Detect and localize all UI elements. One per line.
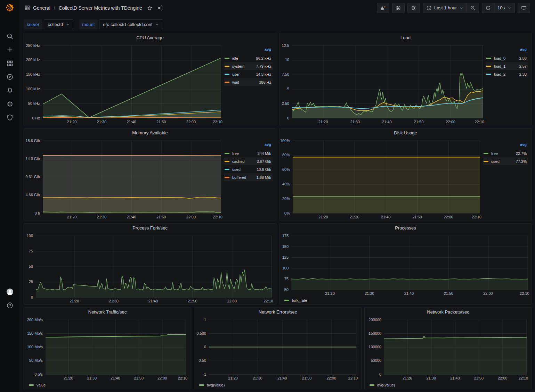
- panel-legend[interactable]: avg(value): [365, 381, 532, 389]
- dashboard-settings-button[interactable]: [407, 3, 420, 13]
- chart-area[interactable]: -1-0.5000.500121:2021:3021:4021:5022:002…: [194, 317, 361, 381]
- create-plus-icon[interactable]: [6, 45, 14, 54]
- legend-item[interactable]: load_22.38: [486, 70, 528, 78]
- breadcrumb-folder[interactable]: General: [33, 5, 50, 11]
- configuration-gear-icon[interactable]: [6, 100, 14, 108]
- chart-canvas[interactable]: 0 b4.66 Gib9.31 Gib14.0 Gib18.6 Gib21:20…: [24, 137, 224, 220]
- search-icon[interactable]: [6, 32, 14, 40]
- chart-area[interactable]: 0 b4.66 Gib9.31 Gib14.0 Gib18.6 Gib21:20…: [24, 137, 224, 220]
- series-color-dash-icon: [29, 384, 34, 386]
- legend-item[interactable]: used10.8 Gib: [224, 165, 273, 173]
- svg-text:100: 100: [282, 266, 289, 270]
- svg-text:0: 0: [204, 345, 206, 349]
- dashboards-icon[interactable]: [6, 59, 14, 67]
- refresh-interval-dropdown[interactable]: 10s: [494, 3, 515, 13]
- panel-title[interactable]: Load: [279, 33, 532, 42]
- add-panel-button[interactable]: [377, 3, 389, 13]
- explore-compass-icon[interactable]: [6, 73, 14, 81]
- series-color-dash-icon: [486, 74, 491, 75]
- svg-text:22:10: 22:10: [213, 120, 222, 124]
- variable-label-server: server: [24, 19, 42, 29]
- svg-text:21:40: 21:40: [111, 376, 120, 380]
- svg-text:21:50: 21:50: [134, 376, 144, 380]
- series-color-dash-icon: [225, 153, 229, 154]
- legend-item[interactable]: idle96.2 kHz: [224, 54, 273, 62]
- chart-area[interactable]: 0 b/s50 Mb/s100 Mb/s150 Mb/s200 Mb/s21:2…: [24, 317, 191, 381]
- legend-item[interactable]: load_12.57: [486, 62, 528, 70]
- kiosk-mode-button[interactable]: [518, 3, 530, 13]
- legend-item[interactable]: free344 Mib: [224, 149, 273, 157]
- chart-area[interactable]: 025507510021:2021:3021:4021:5022:0022:10: [24, 233, 276, 304]
- svg-text:25: 25: [29, 280, 33, 284]
- chart-area[interactable]: 02.5057.501012.521:2021:3021:4021:5022:0…: [279, 42, 486, 125]
- legend-avg-header[interactable]: avg: [224, 142, 273, 149]
- svg-text:21:40: 21:40: [404, 291, 414, 295]
- svg-text:21:40: 21:40: [381, 215, 391, 219]
- chart-canvas[interactable]: 0 Hz50 kHz100 kHz150 kHz200 kHz250 kHz21…: [24, 42, 224, 125]
- share-icon[interactable]: [157, 5, 163, 11]
- chart-canvas[interactable]: 0 b/s50 Mb/s100 Mb/s150 Mb/s200 Mb/s21:2…: [24, 317, 191, 381]
- svg-text:50: 50: [29, 264, 33, 268]
- legend-avg-header[interactable]: avg: [224, 47, 273, 54]
- series-color-dash-icon: [225, 169, 229, 170]
- panel-legend[interactable]: value: [24, 381, 191, 389]
- legend-item[interactable]: used77.3%: [483, 157, 528, 165]
- legend-item[interactable]: wait386 Hz: [224, 78, 273, 86]
- chart-canvas[interactable]: 05000010000015000020000021:2021:3021:402…: [365, 317, 532, 381]
- chart-canvas[interactable]: 0%20%40%60%80%100%21:2021:3021:4021:5022…: [279, 137, 483, 220]
- panel-title[interactable]: Network Traffic/sec: [24, 308, 191, 317]
- panel-title[interactable]: Network Packets/sec: [365, 308, 532, 317]
- series-color-dash-icon: [225, 82, 229, 83]
- variable-value-mount[interactable]: etc-collectd-collectd.conf: [99, 19, 163, 29]
- series-avg-value: 14.3 kHz: [256, 72, 271, 76]
- star-icon[interactable]: [147, 5, 153, 11]
- time-range-picker[interactable]: Last 1 hour: [423, 3, 467, 13]
- legend-avg-header[interactable]: avg: [486, 47, 528, 54]
- chart-canvas[interactable]: -1-0.5000.500121:2021:3021:4021:5022:002…: [194, 317, 361, 381]
- server-admin-shield-icon[interactable]: [6, 113, 14, 122]
- panel-title[interactable]: Disk Usage: [279, 128, 532, 137]
- legend-item[interactable]: buffered1.68 Mib: [224, 173, 273, 181]
- legend-avg-header[interactable]: avg: [483, 142, 528, 149]
- dashboard-title[interactable]: CollectD Server Metrics with TDengine: [59, 5, 142, 11]
- chart-area[interactable]: 507510012515017521:2021:3021:4021:5022:0…: [279, 233, 532, 297]
- svg-text:22:00: 22:00: [483, 291, 493, 295]
- chart-area[interactable]: 0%20%40%60%80%100%21:2021:3021:4021:5022…: [279, 137, 483, 220]
- chart-area[interactable]: 0 Hz50 kHz100 kHz150 kHz200 kHz250 kHz21…: [24, 42, 224, 125]
- legend-item[interactable]: system7.79 kHz: [224, 62, 273, 70]
- svg-text:21:20: 21:20: [325, 291, 335, 295]
- series-avg-value: 10.8 Gib: [257, 167, 271, 172]
- legend-item[interactable]: load_02.86: [486, 54, 528, 62]
- legend-item[interactable]: free22.7%: [483, 149, 528, 157]
- dashboard-toolbar: Last 1 hour 10s: [377, 3, 530, 13]
- chart-canvas[interactable]: 025507510021:2021:3021:4021:5022:0022:10: [24, 233, 276, 304]
- panel-title[interactable]: Process Fork/sec: [24, 224, 276, 233]
- help-question-icon[interactable]: [6, 301, 14, 309]
- variable-value-server[interactable]: collectd: [44, 19, 73, 29]
- panel-title[interactable]: CPU Average: [24, 33, 276, 42]
- legend-item[interactable]: cached3.67 Gib: [224, 157, 273, 165]
- svg-text:50: 50: [284, 287, 289, 292]
- legend-item[interactable]: user14.3 kHz: [224, 70, 273, 78]
- panel-legend[interactable]: fork_rate: [279, 297, 532, 304]
- svg-text:21:30: 21:30: [427, 376, 436, 380]
- zoom-out-button[interactable]: [467, 3, 479, 13]
- svg-text:22:10: 22:10: [178, 376, 188, 380]
- chart-canvas[interactable]: 507510012515017521:2021:3021:4021:5022:0…: [279, 233, 532, 297]
- chart-canvas[interactable]: 02.5057.501012.521:2021:3021:4021:5022:0…: [279, 42, 486, 125]
- panel-title[interactable]: Network Errors/sec: [194, 308, 361, 317]
- panel-network-packets: Network Packets/sec 05000010000015000020…: [364, 307, 532, 389]
- chart-area[interactable]: 05000010000015000020000021:2021:3021:402…: [365, 317, 532, 381]
- alerting-bell-icon[interactable]: [6, 86, 14, 94]
- series-color-dash-icon: [199, 384, 204, 386]
- svg-text:100000: 100000: [368, 345, 381, 349]
- grafana-logo-icon[interactable]: [5, 2, 15, 12]
- variable-mount: mount etc-collectd-collectd.conf: [79, 19, 163, 29]
- panel-title[interactable]: Processes: [279, 224, 532, 233]
- refresh-button[interactable]: [482, 3, 494, 13]
- panel-legend[interactable]: avg(value): [194, 381, 361, 389]
- panel-title[interactable]: Memory Available: [24, 128, 276, 137]
- user-avatar[interactable]: [6, 287, 14, 296]
- save-dashboard-button[interactable]: [392, 3, 405, 13]
- dashboards-grid-icon[interactable]: [24, 5, 30, 11]
